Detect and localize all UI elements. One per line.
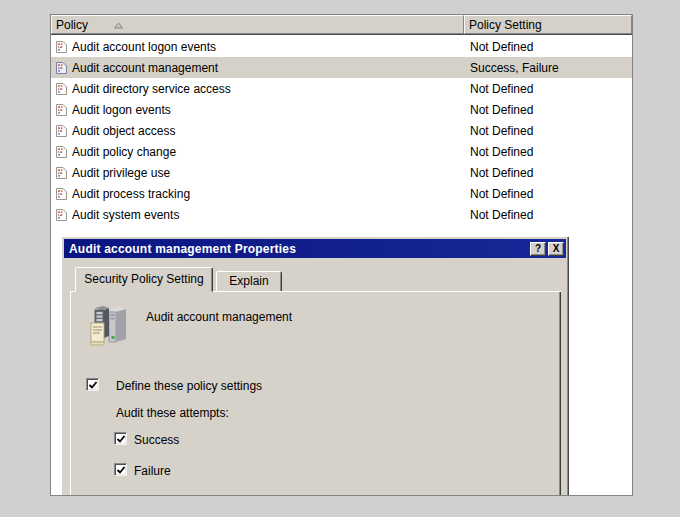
policy-cell: Audit process tracking bbox=[72, 187, 190, 201]
tab-explain[interactable]: Explain bbox=[216, 271, 282, 292]
setting-cell: Not Defined bbox=[464, 82, 632, 96]
policy-cell: Audit account management bbox=[72, 61, 218, 75]
policy-cell: Audit privilege use bbox=[72, 166, 170, 180]
column-header-policy-setting[interactable]: Policy Setting bbox=[464, 15, 632, 34]
table-row[interactable]: Audit directory service access Not Defin… bbox=[51, 78, 632, 99]
define-policy-checkbox[interactable] bbox=[86, 378, 99, 391]
policy-doc-icon bbox=[55, 208, 68, 222]
policy-doc-icon bbox=[55, 145, 68, 159]
tab-label: Explain bbox=[229, 274, 268, 288]
policy-cell: Audit directory service access bbox=[72, 82, 231, 96]
policy-cell: Audit system events bbox=[72, 208, 179, 222]
policy-doc-icon bbox=[55, 61, 68, 75]
checkmark-icon bbox=[116, 434, 126, 444]
table-row[interactable]: Audit privilege use Not Defined bbox=[51, 162, 632, 183]
checkmark-icon bbox=[116, 465, 126, 475]
success-checkbox[interactable] bbox=[114, 432, 127, 445]
define-policy-label[interactable]: Define these policy settings bbox=[116, 379, 262, 393]
failure-label[interactable]: Failure bbox=[134, 464, 171, 478]
table-row[interactable]: Audit system events Not Defined bbox=[51, 204, 632, 225]
setting-cell: Not Defined bbox=[464, 124, 632, 138]
security-policy-setting-pane: Audit account management Define these po… bbox=[70, 291, 561, 495]
help-button[interactable]: ? bbox=[530, 242, 546, 256]
policy-cell: Audit policy change bbox=[72, 145, 176, 159]
policy-doc-icon bbox=[55, 82, 68, 96]
sort-ascending-icon bbox=[114, 17, 123, 33]
table-row-selected[interactable]: Audit account management Success, Failur… bbox=[51, 57, 632, 78]
table-row[interactable]: Audit object access Not Defined bbox=[51, 120, 632, 141]
setting-cell: Success, Failure bbox=[464, 61, 632, 75]
setting-cell: Not Defined bbox=[464, 166, 632, 180]
policy-doc-icon bbox=[55, 166, 68, 180]
tab-security-policy-setting[interactable]: Security Policy Setting bbox=[75, 267, 213, 292]
setting-cell: Not Defined bbox=[464, 40, 632, 54]
table-row[interactable]: Audit process tracking Not Defined bbox=[51, 183, 632, 204]
setting-cell: Not Defined bbox=[464, 145, 632, 159]
table-row[interactable]: Audit account logon events Not Defined bbox=[51, 36, 632, 57]
dialog-title: Audit account management Properties bbox=[69, 242, 296, 256]
setting-cell: Not Defined bbox=[464, 103, 632, 117]
tab-label: Security Policy Setting bbox=[84, 272, 203, 286]
setting-cell: Not Defined bbox=[464, 187, 632, 201]
failure-checkbox[interactable] bbox=[114, 463, 127, 476]
dialog-policy-name: Audit account management bbox=[146, 310, 292, 324]
setting-cell: Not Defined bbox=[464, 208, 632, 222]
success-label[interactable]: Success bbox=[134, 433, 179, 447]
column-header-policy-setting-label: Policy Setting bbox=[469, 17, 542, 33]
properties-dialog: Audit account management Properties ? X … bbox=[61, 236, 569, 495]
policy-doc-icon bbox=[55, 103, 68, 117]
policy-doc-icon bbox=[55, 124, 68, 138]
checkmark-icon bbox=[88, 380, 98, 390]
column-header-policy-label: Policy bbox=[56, 17, 88, 33]
policy-cell: Audit object access bbox=[72, 124, 175, 138]
list-rows: Audit account logon events Not Defined A… bbox=[51, 36, 632, 225]
security-policy-icon bbox=[89, 305, 129, 349]
close-button[interactable]: X bbox=[548, 242, 564, 256]
table-row[interactable]: Audit logon events Not Defined bbox=[51, 99, 632, 120]
audit-attempts-label: Audit these attempts: bbox=[116, 406, 229, 420]
dialog-titlebar[interactable]: Audit account management Properties ? X bbox=[64, 239, 566, 258]
column-header-policy[interactable]: Policy bbox=[51, 15, 464, 34]
policy-doc-icon bbox=[55, 187, 68, 201]
list-header: Policy Policy Setting bbox=[51, 15, 632, 35]
policy-cell: Audit logon events bbox=[72, 103, 171, 117]
policy-doc-icon bbox=[55, 40, 68, 54]
table-row[interactable]: Audit policy change Not Defined bbox=[51, 141, 632, 162]
policy-cell: Audit account logon events bbox=[72, 40, 216, 54]
